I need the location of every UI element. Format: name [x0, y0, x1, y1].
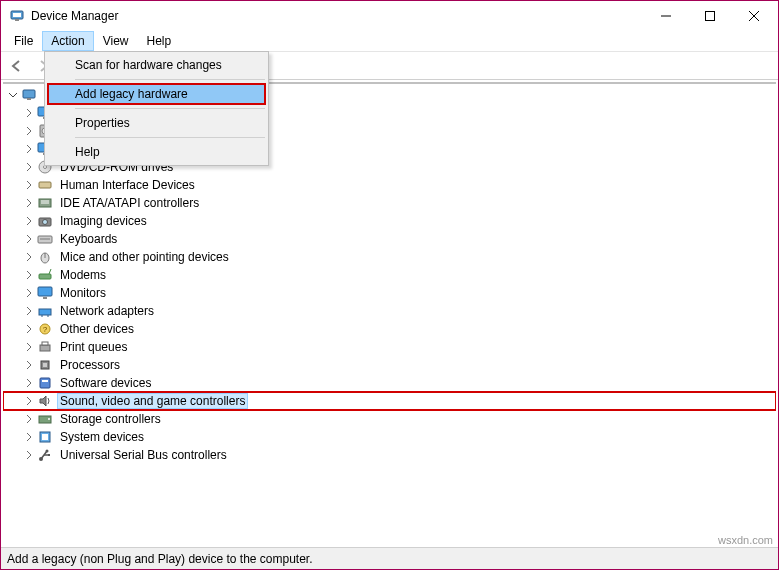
tree-item[interactable]: Software devices [3, 374, 776, 392]
chevron-right-icon[interactable] [23, 125, 35, 137]
watermark: wsxdn.com [718, 534, 773, 546]
tree-item-label: Sound, video and game controllers [57, 393, 248, 409]
tree-item[interactable]: ?Other devices [3, 320, 776, 338]
chevron-right-icon[interactable] [23, 269, 35, 281]
mouse-icon [37, 249, 53, 265]
tree-item[interactable]: Universal Serial Bus controllers [3, 446, 776, 464]
minimize-button[interactable] [644, 1, 688, 31]
network-icon [37, 303, 53, 319]
tree-item-label: Modems [57, 267, 109, 283]
app-icon [9, 8, 25, 24]
tree-item[interactable]: Print queues [3, 338, 776, 356]
status-bar: Add a legacy (non Plug and Play) device … [1, 547, 778, 569]
tree-item[interactable]: Storage controllers [3, 410, 776, 428]
svg-rect-30 [43, 297, 47, 299]
tree-item[interactable]: System devices [3, 428, 776, 446]
chevron-right-icon[interactable] [23, 179, 35, 191]
tree-item[interactable]: Imaging devices [3, 212, 776, 230]
svg-rect-50 [48, 454, 50, 456]
svg-rect-45 [42, 434, 48, 440]
ide-icon [37, 195, 53, 211]
maximize-button[interactable] [688, 1, 732, 31]
svg-rect-27 [39, 274, 51, 279]
tree-item-label: Storage controllers [57, 411, 164, 427]
action-menu: Scan for hardware changesAdd legacy hard… [44, 51, 269, 166]
svg-text:?: ? [43, 325, 48, 334]
chevron-right-icon[interactable] [23, 197, 35, 209]
menu-item[interactable]: Add legacy hardware [47, 83, 266, 105]
menu-item-help[interactable]: Help [138, 31, 181, 51]
chevron-right-icon[interactable] [23, 251, 35, 263]
svg-rect-39 [43, 363, 47, 367]
sound-icon [37, 393, 53, 409]
tree-item-label: IDE ATA/ATAPI controllers [57, 195, 202, 211]
chevron-right-icon[interactable] [23, 449, 35, 461]
tree-item-label: Keyboards [57, 231, 120, 247]
chevron-right-icon[interactable] [23, 377, 35, 389]
chevron-right-icon[interactable] [23, 287, 35, 299]
tree-item-label: Other devices [57, 321, 137, 337]
svg-rect-37 [42, 342, 48, 345]
chevron-down-icon[interactable] [7, 89, 19, 101]
svg-line-5 [749, 11, 759, 21]
cpu-icon [37, 357, 53, 373]
chevron-right-icon[interactable] [23, 395, 35, 407]
other-icon: ? [37, 321, 53, 337]
camera-icon [37, 213, 53, 229]
close-button[interactable] [732, 1, 776, 31]
svg-point-43 [48, 418, 50, 420]
chevron-right-icon[interactable] [23, 107, 35, 119]
chevron-right-icon[interactable] [23, 305, 35, 317]
tree-item[interactable]: Keyboards [3, 230, 776, 248]
tree-item-label: Monitors [57, 285, 109, 301]
menu-item-view[interactable]: View [94, 31, 138, 51]
chevron-right-icon[interactable] [23, 215, 35, 227]
computer-icon [21, 87, 37, 103]
tree-item[interactable]: Processors [3, 356, 776, 374]
tree-item[interactable]: Sound, video and game controllers [3, 392, 776, 410]
tree-item[interactable]: Mice and other pointing devices [3, 248, 776, 266]
svg-rect-4 [706, 12, 715, 21]
menu-item-action[interactable]: Action [42, 31, 93, 51]
menu-bar: FileActionViewHelp [1, 31, 778, 52]
svg-rect-7 [23, 90, 35, 98]
tree-item-label: Universal Serial Bus controllers [57, 447, 230, 463]
chevron-right-icon[interactable] [23, 323, 35, 335]
tree-item-label: Processors [57, 357, 123, 373]
menu-item-file[interactable]: File [5, 31, 42, 51]
title-bar: Device Manager [1, 1, 778, 31]
chevron-right-icon[interactable] [23, 431, 35, 443]
tree-item[interactable]: Human Interface Devices [3, 176, 776, 194]
svg-rect-8 [27, 98, 31, 100]
tree-item-label: Mice and other pointing devices [57, 249, 232, 265]
svg-rect-2 [15, 19, 19, 21]
svg-line-28 [49, 269, 51, 274]
menu-separator [75, 137, 265, 138]
chevron-right-icon[interactable] [23, 413, 35, 425]
chevron-right-icon[interactable] [23, 341, 35, 353]
tree-item[interactable]: Network adapters [3, 302, 776, 320]
menu-item[interactable]: Help [47, 141, 266, 163]
chevron-right-icon[interactable] [23, 359, 35, 371]
tree-item-label: Software devices [57, 375, 154, 391]
chevron-right-icon[interactable] [23, 161, 35, 173]
svg-rect-29 [38, 287, 52, 296]
menu-item[interactable]: Scan for hardware changes [47, 54, 266, 76]
menu-item[interactable]: Properties [47, 112, 266, 134]
back-button[interactable] [5, 55, 27, 77]
tree-item[interactable]: Modems [3, 266, 776, 284]
chevron-right-icon[interactable] [23, 233, 35, 245]
tree-item[interactable]: Monitors [3, 284, 776, 302]
status-text: Add a legacy (non Plug and Play) device … [7, 552, 313, 566]
tree-item-label: Human Interface Devices [57, 177, 198, 193]
tree-item[interactable]: IDE ATA/ATAPI controllers [3, 194, 776, 212]
chevron-right-icon[interactable] [23, 143, 35, 155]
monitor-icon [37, 285, 53, 301]
storage-icon [37, 411, 53, 427]
hid-icon [37, 177, 53, 193]
tree-item-label: Network adapters [57, 303, 157, 319]
menu-separator [75, 79, 265, 80]
system-icon [37, 429, 53, 445]
svg-point-48 [46, 450, 49, 453]
modem-icon [37, 267, 53, 283]
